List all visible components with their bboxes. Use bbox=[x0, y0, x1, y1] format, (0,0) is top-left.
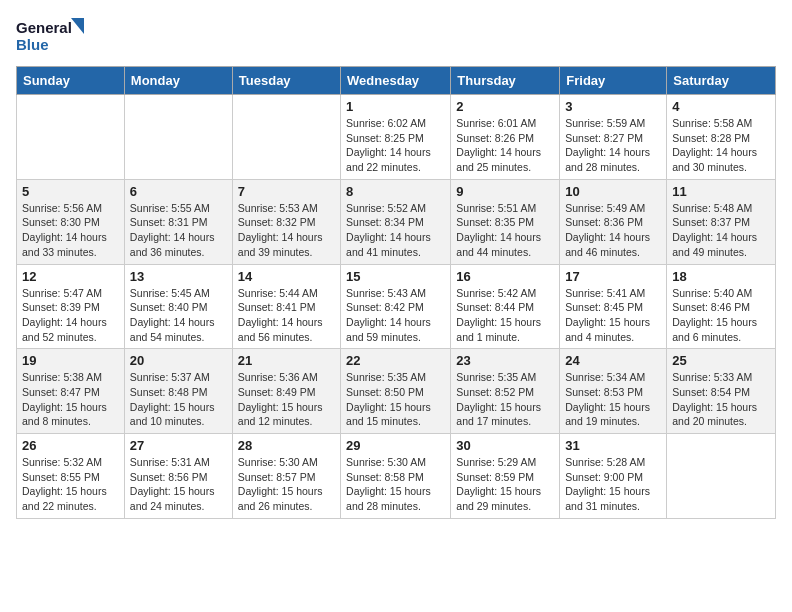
calendar-cell bbox=[124, 95, 232, 180]
day-number: 26 bbox=[22, 438, 119, 453]
calendar-week-row: 12Sunrise: 5:47 AM Sunset: 8:39 PM Dayli… bbox=[17, 264, 776, 349]
calendar-cell: 15Sunrise: 5:43 AM Sunset: 8:42 PM Dayli… bbox=[341, 264, 451, 349]
day-number: 4 bbox=[672, 99, 770, 114]
calendar-cell: 20Sunrise: 5:37 AM Sunset: 8:48 PM Dayli… bbox=[124, 349, 232, 434]
weekday-header-cell: Sunday bbox=[17, 67, 125, 95]
logo-svg: GeneralBlue bbox=[16, 16, 86, 56]
calendar-body: 1Sunrise: 6:02 AM Sunset: 8:25 PM Daylig… bbox=[17, 95, 776, 519]
day-detail: Sunrise: 5:48 AM Sunset: 8:37 PM Dayligh… bbox=[672, 201, 770, 260]
day-detail: Sunrise: 5:33 AM Sunset: 8:54 PM Dayligh… bbox=[672, 370, 770, 429]
day-detail: Sunrise: 5:29 AM Sunset: 8:59 PM Dayligh… bbox=[456, 455, 554, 514]
weekday-header-cell: Monday bbox=[124, 67, 232, 95]
day-detail: Sunrise: 5:40 AM Sunset: 8:46 PM Dayligh… bbox=[672, 286, 770, 345]
calendar-cell: 14Sunrise: 5:44 AM Sunset: 8:41 PM Dayli… bbox=[232, 264, 340, 349]
day-detail: Sunrise: 5:45 AM Sunset: 8:40 PM Dayligh… bbox=[130, 286, 227, 345]
day-detail: Sunrise: 5:59 AM Sunset: 8:27 PM Dayligh… bbox=[565, 116, 661, 175]
day-number: 24 bbox=[565, 353, 661, 368]
day-detail: Sunrise: 5:28 AM Sunset: 9:00 PM Dayligh… bbox=[565, 455, 661, 514]
calendar-cell: 25Sunrise: 5:33 AM Sunset: 8:54 PM Dayli… bbox=[667, 349, 776, 434]
day-number: 14 bbox=[238, 269, 335, 284]
calendar-cell: 23Sunrise: 5:35 AM Sunset: 8:52 PM Dayli… bbox=[451, 349, 560, 434]
day-number: 13 bbox=[130, 269, 227, 284]
calendar-cell: 7Sunrise: 5:53 AM Sunset: 8:32 PM Daylig… bbox=[232, 179, 340, 264]
day-number: 19 bbox=[22, 353, 119, 368]
day-detail: Sunrise: 5:38 AM Sunset: 8:47 PM Dayligh… bbox=[22, 370, 119, 429]
day-number: 6 bbox=[130, 184, 227, 199]
day-number: 12 bbox=[22, 269, 119, 284]
svg-marker-2 bbox=[71, 18, 84, 34]
day-number: 21 bbox=[238, 353, 335, 368]
weekday-header: SundayMondayTuesdayWednesdayThursdayFrid… bbox=[17, 67, 776, 95]
header: GeneralBlue bbox=[16, 16, 776, 56]
day-number: 5 bbox=[22, 184, 119, 199]
calendar-week-row: 19Sunrise: 5:38 AM Sunset: 8:47 PM Dayli… bbox=[17, 349, 776, 434]
day-detail: Sunrise: 6:01 AM Sunset: 8:26 PM Dayligh… bbox=[456, 116, 554, 175]
day-detail: Sunrise: 5:52 AM Sunset: 8:34 PM Dayligh… bbox=[346, 201, 445, 260]
calendar-table: SundayMondayTuesdayWednesdayThursdayFrid… bbox=[16, 66, 776, 519]
calendar-cell: 24Sunrise: 5:34 AM Sunset: 8:53 PM Dayli… bbox=[560, 349, 667, 434]
day-detail: Sunrise: 5:44 AM Sunset: 8:41 PM Dayligh… bbox=[238, 286, 335, 345]
calendar-cell: 9Sunrise: 5:51 AM Sunset: 8:35 PM Daylig… bbox=[451, 179, 560, 264]
calendar-week-row: 1Sunrise: 6:02 AM Sunset: 8:25 PM Daylig… bbox=[17, 95, 776, 180]
day-detail: Sunrise: 5:43 AM Sunset: 8:42 PM Dayligh… bbox=[346, 286, 445, 345]
calendar-cell: 2Sunrise: 6:01 AM Sunset: 8:26 PM Daylig… bbox=[451, 95, 560, 180]
weekday-header-cell: Tuesday bbox=[232, 67, 340, 95]
calendar-cell bbox=[17, 95, 125, 180]
day-detail: Sunrise: 5:51 AM Sunset: 8:35 PM Dayligh… bbox=[456, 201, 554, 260]
day-detail: Sunrise: 6:02 AM Sunset: 8:25 PM Dayligh… bbox=[346, 116, 445, 175]
calendar-week-row: 5Sunrise: 5:56 AM Sunset: 8:30 PM Daylig… bbox=[17, 179, 776, 264]
day-detail: Sunrise: 5:32 AM Sunset: 8:55 PM Dayligh… bbox=[22, 455, 119, 514]
calendar-cell: 11Sunrise: 5:48 AM Sunset: 8:37 PM Dayli… bbox=[667, 179, 776, 264]
day-number: 9 bbox=[456, 184, 554, 199]
svg-text:Blue: Blue bbox=[16, 36, 49, 53]
weekday-header-cell: Wednesday bbox=[341, 67, 451, 95]
weekday-header-cell: Thursday bbox=[451, 67, 560, 95]
day-detail: Sunrise: 5:47 AM Sunset: 8:39 PM Dayligh… bbox=[22, 286, 119, 345]
calendar-cell: 19Sunrise: 5:38 AM Sunset: 8:47 PM Dayli… bbox=[17, 349, 125, 434]
day-detail: Sunrise: 5:58 AM Sunset: 8:28 PM Dayligh… bbox=[672, 116, 770, 175]
day-number: 31 bbox=[565, 438, 661, 453]
day-detail: Sunrise: 5:41 AM Sunset: 8:45 PM Dayligh… bbox=[565, 286, 661, 345]
calendar-cell: 31Sunrise: 5:28 AM Sunset: 9:00 PM Dayli… bbox=[560, 434, 667, 519]
day-number: 25 bbox=[672, 353, 770, 368]
day-number: 2 bbox=[456, 99, 554, 114]
day-number: 23 bbox=[456, 353, 554, 368]
weekday-header-cell: Saturday bbox=[667, 67, 776, 95]
calendar-cell: 26Sunrise: 5:32 AM Sunset: 8:55 PM Dayli… bbox=[17, 434, 125, 519]
calendar-week-row: 26Sunrise: 5:32 AM Sunset: 8:55 PM Dayli… bbox=[17, 434, 776, 519]
day-detail: Sunrise: 5:37 AM Sunset: 8:48 PM Dayligh… bbox=[130, 370, 227, 429]
day-number: 11 bbox=[672, 184, 770, 199]
day-detail: Sunrise: 5:53 AM Sunset: 8:32 PM Dayligh… bbox=[238, 201, 335, 260]
day-number: 8 bbox=[346, 184, 445, 199]
day-detail: Sunrise: 5:55 AM Sunset: 8:31 PM Dayligh… bbox=[130, 201, 227, 260]
day-number: 3 bbox=[565, 99, 661, 114]
day-number: 10 bbox=[565, 184, 661, 199]
calendar-cell: 17Sunrise: 5:41 AM Sunset: 8:45 PM Dayli… bbox=[560, 264, 667, 349]
calendar-cell: 5Sunrise: 5:56 AM Sunset: 8:30 PM Daylig… bbox=[17, 179, 125, 264]
calendar-cell: 3Sunrise: 5:59 AM Sunset: 8:27 PM Daylig… bbox=[560, 95, 667, 180]
weekday-header-cell: Friday bbox=[560, 67, 667, 95]
day-number: 17 bbox=[565, 269, 661, 284]
day-detail: Sunrise: 5:30 AM Sunset: 8:57 PM Dayligh… bbox=[238, 455, 335, 514]
calendar-cell: 1Sunrise: 6:02 AM Sunset: 8:25 PM Daylig… bbox=[341, 95, 451, 180]
day-detail: Sunrise: 5:35 AM Sunset: 8:52 PM Dayligh… bbox=[456, 370, 554, 429]
day-detail: Sunrise: 5:42 AM Sunset: 8:44 PM Dayligh… bbox=[456, 286, 554, 345]
calendar-cell: 27Sunrise: 5:31 AM Sunset: 8:56 PM Dayli… bbox=[124, 434, 232, 519]
calendar-cell: 13Sunrise: 5:45 AM Sunset: 8:40 PM Dayli… bbox=[124, 264, 232, 349]
calendar-cell: 6Sunrise: 5:55 AM Sunset: 8:31 PM Daylig… bbox=[124, 179, 232, 264]
calendar-cell: 30Sunrise: 5:29 AM Sunset: 8:59 PM Dayli… bbox=[451, 434, 560, 519]
day-number: 16 bbox=[456, 269, 554, 284]
day-detail: Sunrise: 5:49 AM Sunset: 8:36 PM Dayligh… bbox=[565, 201, 661, 260]
logo: GeneralBlue bbox=[16, 16, 86, 56]
svg-text:General: General bbox=[16, 19, 72, 36]
day-number: 7 bbox=[238, 184, 335, 199]
day-number: 20 bbox=[130, 353, 227, 368]
calendar-cell: 18Sunrise: 5:40 AM Sunset: 8:46 PM Dayli… bbox=[667, 264, 776, 349]
day-detail: Sunrise: 5:36 AM Sunset: 8:49 PM Dayligh… bbox=[238, 370, 335, 429]
calendar-cell: 16Sunrise: 5:42 AM Sunset: 8:44 PM Dayli… bbox=[451, 264, 560, 349]
day-detail: Sunrise: 5:35 AM Sunset: 8:50 PM Dayligh… bbox=[346, 370, 445, 429]
day-number: 27 bbox=[130, 438, 227, 453]
day-number: 28 bbox=[238, 438, 335, 453]
day-number: 18 bbox=[672, 269, 770, 284]
day-number: 30 bbox=[456, 438, 554, 453]
